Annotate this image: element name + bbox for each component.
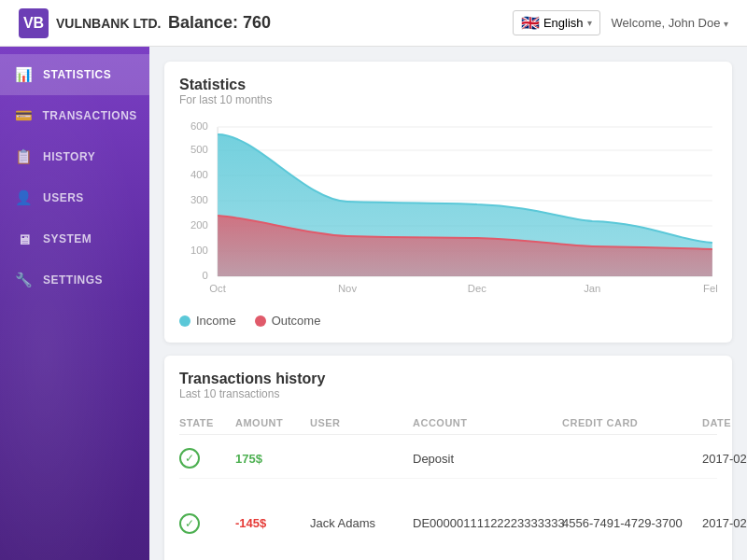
date-cell: 2017-02-15 13:36:54 — [702, 516, 747, 530]
svg-text:Nov: Nov — [338, 283, 358, 294]
svg-text:Jan: Jan — [584, 283, 600, 294]
col-header-state: STATE — [179, 417, 235, 428]
table-body: ✓ 175$ Deposit 2017-02-20 13:21:02 Depos… — [179, 439, 717, 560]
state-cell: ✓ — [179, 513, 235, 534]
transactions-card: Transactions history Last 10 transaction… — [164, 356, 732, 560]
transactions-icon: 💳 — [15, 106, 34, 125]
chevron-down-icon: ▾ — [587, 18, 592, 28]
logo-text: VULNBANK LTD. — [56, 16, 162, 31]
amount-cell: 175$ — [235, 452, 310, 466]
svg-text:Oct: Oct — [209, 283, 226, 294]
col-header-credit-card: CREDIT CARD — [562, 417, 702, 428]
legend-income: Income — [179, 314, 236, 328]
col-header-user: USER — [310, 417, 413, 428]
logo-icon: VB — [19, 8, 49, 38]
logo: VB VULNBANK LTD. — [19, 8, 168, 38]
outcome-label: Outcome — [272, 314, 321, 328]
sidebar-item-transactions[interactable]: 💳 TRANSACTIONS — [0, 95, 149, 136]
check-icon: ✓ — [179, 513, 200, 534]
sidebar-label-users: USERS — [43, 191, 84, 204]
sidebar-label-transactions: TRANSACTIONS — [43, 109, 137, 122]
balance-display: Balance: 760 — [168, 13, 513, 33]
check-icon: ✓ — [179, 448, 200, 469]
sidebar-label-history: HISTORY — [43, 150, 95, 163]
legend-outcome: Outcome — [255, 314, 321, 328]
chart-legend: Income Outcome — [179, 314, 717, 328]
sidebar-item-history[interactable]: 📋 HISTORY — [0, 136, 149, 177]
logo-abbr: VB — [23, 15, 44, 32]
header-right: 🇬🇧 English ▾ Welcome, John Doe ▾ — [513, 10, 728, 35]
date-cell: 2017-02-20 13:21:02 — [702, 452, 747, 466]
statistics-chart: 0 100 200 300 400 500 600 — [179, 118, 717, 304]
table-row: ✓ -145$ Jack Adams DE0000011112222333333… — [179, 479, 717, 560]
credit-card-cell: 4556-7491-4729-3700 — [562, 516, 702, 530]
transactions-subtitle: Last 10 transactions — [179, 387, 717, 400]
main-layout: 📊 STATISTICS 💳 TRANSACTIONS 📋 HISTORY 👤 … — [0, 47, 747, 560]
svg-text:600: 600 — [190, 120, 208, 132]
welcome-label: Welcome, John Doe — [612, 16, 721, 30]
main-content: Statistics For last 10 months 0 100 — [149, 47, 747, 560]
income-dot — [179, 315, 190, 327]
col-header-amount: AMOUNT — [235, 417, 310, 428]
account-cell: Deposit — [413, 452, 562, 466]
language-selector[interactable]: 🇬🇧 English ▾ — [513, 10, 600, 35]
user-cell: Jack Adams — [310, 516, 413, 530]
svg-text:500: 500 — [190, 144, 208, 155]
sidebar-item-system[interactable]: 🖥 SYSTEM — [0, 218, 149, 259]
sidebar-label-statistics: STATISTICS — [43, 68, 111, 81]
sidebar-nav: 📊 STATISTICS 💳 TRANSACTIONS 📋 HISTORY 👤 … — [0, 47, 149, 301]
table-header: STATEAMOUNTUSERACCOUNTCREDIT CARDDATECOM… — [179, 412, 717, 435]
sidebar-label-system: SYSTEM — [43, 232, 92, 245]
user-chevron-icon: ▾ — [724, 19, 728, 29]
statistics-subtitle: For last 10 months — [179, 93, 717, 106]
sidebar-item-users[interactable]: 👤 USERS — [0, 177, 149, 218]
settings-icon: 🔧 — [15, 271, 34, 289]
user-welcome[interactable]: Welcome, John Doe ▾ — [612, 16, 728, 30]
svg-text:200: 200 — [190, 219, 208, 231]
amount-cell: -145$ — [235, 516, 310, 530]
svg-text:100: 100 — [190, 245, 208, 256]
flag-icon: 🇬🇧 — [521, 14, 540, 32]
sidebar-item-settings[interactable]: 🔧 SETTINGS — [0, 259, 149, 301]
history-icon: 📋 — [15, 147, 34, 166]
svg-text:Dec: Dec — [468, 283, 487, 294]
col-header-account: ACCOUNT — [413, 417, 562, 428]
sidebar: 📊 STATISTICS 💳 TRANSACTIONS 📋 HISTORY 👤 … — [0, 47, 149, 560]
sidebar-label-settings: SETTINGS — [43, 273, 103, 287]
income-label: Income — [196, 314, 236, 328]
svg-text:Feb: Feb — [703, 283, 717, 294]
svg-text:400: 400 — [190, 169, 208, 180]
language-label: English — [543, 16, 584, 30]
statistics-icon: 📊 — [15, 65, 34, 84]
statistics-title: Statistics — [179, 77, 717, 93]
table-row: ✓ 175$ Deposit 2017-02-20 13:21:02 Depos… — [179, 439, 717, 479]
outcome-dot — [255, 315, 266, 327]
statistics-card: Statistics For last 10 months 0 100 — [164, 62, 732, 343]
state-cell: ✓ — [179, 448, 235, 469]
chart-svg: 0 100 200 300 400 500 600 — [179, 118, 717, 304]
account-cell: DE00000111122223333333 — [413, 516, 562, 530]
transactions-title: Transactions history — [179, 371, 717, 387]
users-icon: 👤 — [15, 189, 34, 207]
system-icon: 🖥 — [15, 230, 34, 248]
sidebar-item-statistics[interactable]: 📊 STATISTICS — [0, 54, 149, 95]
col-header-date: DATE — [702, 417, 747, 428]
header: VB VULNBANK LTD. Balance: 760 🇬🇧 English… — [0, 0, 747, 47]
svg-text:300: 300 — [190, 194, 208, 205]
svg-text:0: 0 — [203, 270, 208, 281]
